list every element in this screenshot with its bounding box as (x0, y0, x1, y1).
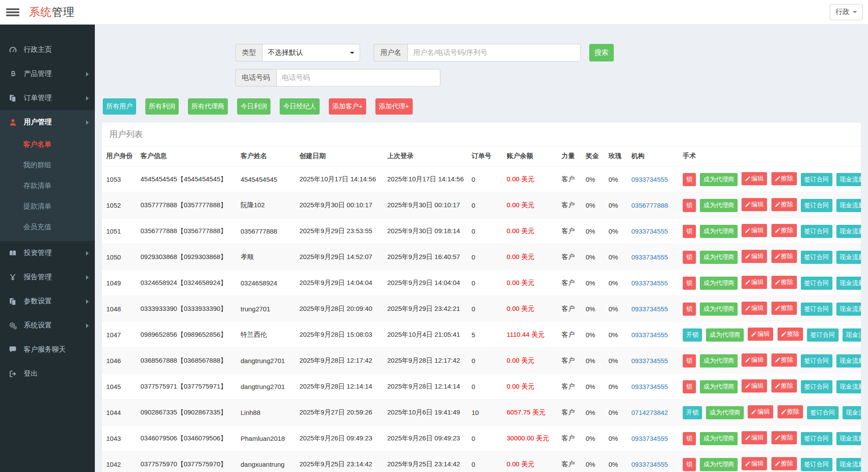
action-button[interactable]: 所有用户 (103, 98, 136, 115)
lock-button[interactable]: 锁 (683, 432, 696, 445)
lock-button[interactable]: 锁 (683, 251, 696, 264)
action-button[interactable]: 添加客户+ (329, 98, 366, 115)
sign-contract-button[interactable]: 签订合同 (801, 277, 832, 290)
become-agent-button[interactable]: 成为代理商 (700, 303, 738, 316)
sidebar-item-users[interactable]: 用户管理 (0, 110, 95, 134)
erase-button[interactable]: 擦除 (771, 172, 797, 185)
become-agent-button[interactable]: 成为代理商 (700, 225, 738, 238)
sign-contract-button[interactable]: 签订合同 (801, 380, 832, 393)
edit-button[interactable]: 编辑 (748, 328, 773, 341)
cashflow-button[interactable]: 现金流量表 (836, 225, 861, 238)
sign-contract-button[interactable]: 签订合同 (801, 173, 832, 186)
erase-button[interactable]: 擦除 (771, 276, 797, 289)
lock-button[interactable]: 锁 (683, 354, 696, 368)
sidebar-item-dashboard[interactable]: 行政主页 (0, 38, 95, 62)
edit-button[interactable]: 编辑 (742, 302, 767, 315)
sign-contract-button[interactable]: 签订合同 (801, 199, 832, 212)
organization-link[interactable]: 0933734555 (631, 461, 668, 468)
sign-contract-button[interactable]: 签订合同 (807, 328, 839, 342)
action-button[interactable]: 今日经纪人 (280, 98, 320, 115)
sidebar-item-customer-list[interactable]: 客户名单 (0, 134, 95, 155)
cashflow-button[interactable]: 现金流量表 (836, 432, 861, 445)
admin-user-dropdown[interactable]: 行政 (830, 4, 863, 20)
sidebar-item-deposit-list[interactable]: 存款清单 (0, 176, 95, 196)
edit-button[interactable]: 编辑 (742, 250, 767, 263)
become-agent-button[interactable]: 成为代理商 (700, 277, 738, 290)
sidebar-item-logout[interactable]: 登出 (0, 362, 95, 386)
edit-button[interactable]: 编辑 (742, 172, 767, 185)
edit-button[interactable]: 编辑 (742, 276, 767, 289)
erase-button[interactable]: 擦除 (771, 302, 797, 315)
organization-link[interactable]: 0933734555 (631, 305, 668, 313)
erase-button[interactable]: 擦除 (778, 328, 803, 341)
become-agent-button[interactable]: 成为代理商 (700, 380, 738, 393)
sidebar-item-system-settings[interactable]: 系统设置 (0, 313, 95, 338)
lock-button[interactable]: 锁 (683, 380, 696, 393)
become-agent-button[interactable]: 成为代理商 (700, 173, 738, 186)
organization-link[interactable]: 0714273842 (631, 409, 668, 416)
edit-button[interactable]: 编辑 (742, 431, 767, 444)
lock-button[interactable]: 开锁 (683, 328, 702, 342)
lock-button[interactable]: 开锁 (683, 406, 702, 419)
become-agent-button[interactable]: 成为代理商 (700, 199, 738, 212)
sign-contract-button[interactable]: 签订合同 (801, 225, 832, 238)
type-select[interactable]: 不选择默认 (262, 44, 360, 61)
organization-link[interactable]: 0933734555 (631, 176, 668, 183)
hamburger-icon[interactable] (6, 7, 19, 17)
sidebar-item-products[interactable]: 产品管理 (0, 62, 95, 86)
lock-button[interactable]: 锁 (683, 199, 696, 212)
erase-button[interactable]: 擦除 (778, 405, 803, 418)
organization-link[interactable]: 0933734555 (631, 435, 668, 442)
organization-link[interactable]: 0933734555 (631, 279, 668, 287)
sign-contract-button[interactable]: 签订合同 (801, 458, 832, 471)
erase-button[interactable]: 擦除 (771, 198, 797, 211)
cashflow-button[interactable]: 现金流量表 (836, 303, 861, 316)
action-button[interactable]: 今日利润 (237, 98, 270, 115)
sign-contract-button[interactable]: 签订合同 (801, 303, 832, 316)
erase-button[interactable]: 擦除 (771, 250, 797, 263)
lock-button[interactable]: 锁 (683, 225, 696, 238)
become-agent-button[interactable]: 成为代理商 (700, 251, 738, 264)
become-agent-button[interactable]: 成为代理商 (700, 354, 738, 368)
become-agent-button[interactable]: 成为代理商 (706, 406, 744, 419)
sidebar-item-investment[interactable]: 投资管理 (0, 241, 95, 265)
become-agent-button[interactable]: 成为代理商 (700, 432, 738, 445)
cashflow-button[interactable]: 现金流量表 (836, 380, 861, 393)
lock-button[interactable]: 锁 (683, 458, 696, 471)
edit-button[interactable]: 编辑 (742, 198, 767, 211)
organization-link[interactable]: 0356777888 (631, 202, 668, 209)
lock-button[interactable]: 锁 (683, 277, 696, 290)
sidebar-item-member-recharge[interactable]: 会员充值 (0, 217, 95, 238)
cashflow-button[interactable]: 现金流量表 (836, 277, 861, 290)
cashflow-button[interactable]: 现金流量表 (836, 251, 861, 264)
erase-button[interactable]: 擦除 (771, 379, 797, 393)
action-button[interactable]: 添加代理+ (375, 98, 413, 115)
organization-link[interactable]: 0933734555 (631, 253, 668, 261)
edit-button[interactable]: 编辑 (742, 457, 767, 470)
edit-button[interactable]: 编辑 (742, 379, 767, 393)
erase-button[interactable]: 擦除 (771, 457, 797, 470)
sign-contract-button[interactable]: 签订合同 (801, 432, 832, 445)
action-button[interactable]: 所有利润 (145, 98, 179, 115)
sign-contract-button[interactable]: 签订合同 (801, 354, 832, 368)
cashflow-button[interactable]: 现金流量表 (843, 406, 861, 419)
sidebar-item-orders[interactable]: 订单管理 (0, 86, 95, 110)
cashflow-button[interactable]: 现金流量表 (836, 199, 861, 212)
become-agent-button[interactable]: 成为代理商 (706, 328, 744, 342)
sidebar-item-withdraw-list[interactable]: 提款清单 (0, 196, 95, 217)
erase-button[interactable]: 擦除 (771, 431, 797, 444)
lock-button[interactable]: 锁 (683, 173, 696, 186)
sidebar-item-customer-chat[interactable]: 客户服务聊天 (0, 338, 95, 362)
organization-link[interactable]: 0933734555 (631, 227, 668, 235)
erase-button[interactable]: 擦除 (771, 353, 797, 367)
search-button[interactable]: 搜索 (589, 44, 614, 61)
phone-input[interactable] (276, 69, 440, 86)
sign-contract-button[interactable]: 签订合同 (801, 251, 832, 264)
edit-button[interactable]: 编辑 (748, 405, 773, 418)
erase-button[interactable]: 擦除 (771, 224, 797, 237)
cashflow-button[interactable]: 现金流量表 (836, 173, 861, 186)
cashflow-button[interactable]: 现金流量表 (843, 328, 861, 342)
become-agent-button[interactable]: 成为代理商 (700, 458, 738, 471)
sidebar-item-reports[interactable]: 报告管理 (0, 265, 95, 289)
sidebar-item-my-groups[interactable]: 我的群组 (0, 155, 95, 176)
